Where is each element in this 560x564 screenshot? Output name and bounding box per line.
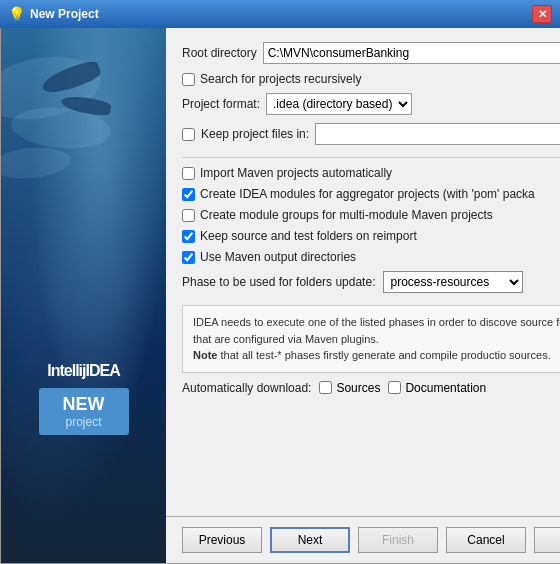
- phase-label: Phase to be used for folders update:: [182, 275, 375, 289]
- create-module-groups-checkbox[interactable]: [182, 209, 195, 222]
- auto-download-label: Automatically download:: [182, 381, 311, 395]
- auto-download-row: Automatically download: Sources Document…: [182, 381, 560, 395]
- sources-checkbox[interactable]: [319, 381, 332, 394]
- sources-label[interactable]: Sources: [336, 381, 380, 395]
- use-output-row: Use Maven output directories: [182, 250, 560, 264]
- brand-intellij-prefix: Intellij: [47, 362, 85, 379]
- documentation-label[interactable]: Documentation: [405, 381, 486, 395]
- search-recursive-label[interactable]: Search for projects recursively: [200, 72, 361, 86]
- search-recursive-checkbox[interactable]: [182, 73, 195, 86]
- window-title: New Project: [30, 7, 526, 21]
- project-format-select[interactable]: .idea (directory based): [266, 93, 412, 115]
- close-button[interactable]: ✕: [532, 5, 552, 23]
- keep-files-input[interactable]: [315, 123, 560, 145]
- phase-row: Phase to be used for folders update: pro…: [182, 271, 560, 293]
- section-divider-1: [182, 157, 560, 158]
- create-modules-checkbox[interactable]: [182, 188, 195, 201]
- info-box: IDEA needs to execute one of the listed …: [182, 305, 560, 373]
- use-output-checkbox[interactable]: [182, 251, 195, 264]
- brand-new-label: NEW: [47, 394, 121, 415]
- brand-panel: IntellijIDEA NEW project: [1, 28, 166, 563]
- help-button[interactable]: Help: [534, 527, 560, 553]
- brand-intellij: IntellijIDEA: [1, 362, 166, 380]
- next-button[interactable]: Next: [270, 527, 350, 553]
- right-panel: Root directory ... Search for projects r…: [166, 28, 560, 563]
- info-text: IDEA needs to execute one of the listed …: [193, 316, 560, 345]
- project-format-label: Project format:: [182, 97, 260, 111]
- use-output-label[interactable]: Use Maven output directories: [200, 250, 356, 264]
- project-format-row: Project format: .idea (directory based): [182, 93, 560, 115]
- documentation-option: Documentation: [388, 381, 486, 395]
- create-modules-label[interactable]: Create IDEA modules for aggregator proje…: [200, 187, 535, 201]
- keep-files-row: Keep project files in:: [182, 123, 560, 145]
- create-module-groups-row: Create module groups for multi-module Ma…: [182, 208, 560, 222]
- create-module-groups-label[interactable]: Create module groups for multi-module Ma…: [200, 208, 493, 222]
- keep-files-checkbox[interactable]: [182, 128, 195, 141]
- keep-source-checkbox[interactable]: [182, 230, 195, 243]
- create-modules-row: Create IDEA modules for aggregator proje…: [182, 187, 560, 201]
- previous-button[interactable]: Previous: [182, 527, 262, 553]
- keep-files-label[interactable]: Keep project files in:: [201, 127, 309, 141]
- import-maven-row: Import Maven projects automatically: [182, 166, 560, 180]
- search-recursive-row: Search for projects recursively: [182, 72, 560, 86]
- dialog-body: IntellijIDEA NEW project Root directory …: [0, 28, 560, 564]
- brand-idea-bold: IDEA: [86, 362, 120, 379]
- keep-source-row: Keep source and test folders on reimport: [182, 229, 560, 243]
- root-dir-input[interactable]: [263, 42, 560, 64]
- window-icon: 💡: [8, 6, 24, 22]
- brand-text: IntellijIDEA NEW project: [1, 362, 166, 443]
- info-note-rest: that all test-* phases firstly generate …: [217, 349, 550, 361]
- brand-project-label: project: [47, 415, 121, 429]
- cancel-button[interactable]: Cancel: [446, 527, 526, 553]
- keep-source-label[interactable]: Keep source and test folders on reimport: [200, 229, 417, 243]
- button-bar: Previous Next Finish Cancel Help: [182, 517, 560, 563]
- finish-button[interactable]: Finish: [358, 527, 438, 553]
- brand-box: NEW project: [39, 388, 129, 435]
- import-maven-checkbox[interactable]: [182, 167, 195, 180]
- root-dir-row: Root directory ...: [182, 42, 560, 64]
- root-dir-label: Root directory: [182, 46, 257, 60]
- phase-select[interactable]: process-resources: [383, 271, 523, 293]
- documentation-checkbox[interactable]: [388, 381, 401, 394]
- info-note: Note: [193, 349, 217, 361]
- sources-option: Sources: [319, 381, 380, 395]
- import-maven-label[interactable]: Import Maven projects automatically: [200, 166, 392, 180]
- title-bar: 💡 New Project ✕: [0, 0, 560, 28]
